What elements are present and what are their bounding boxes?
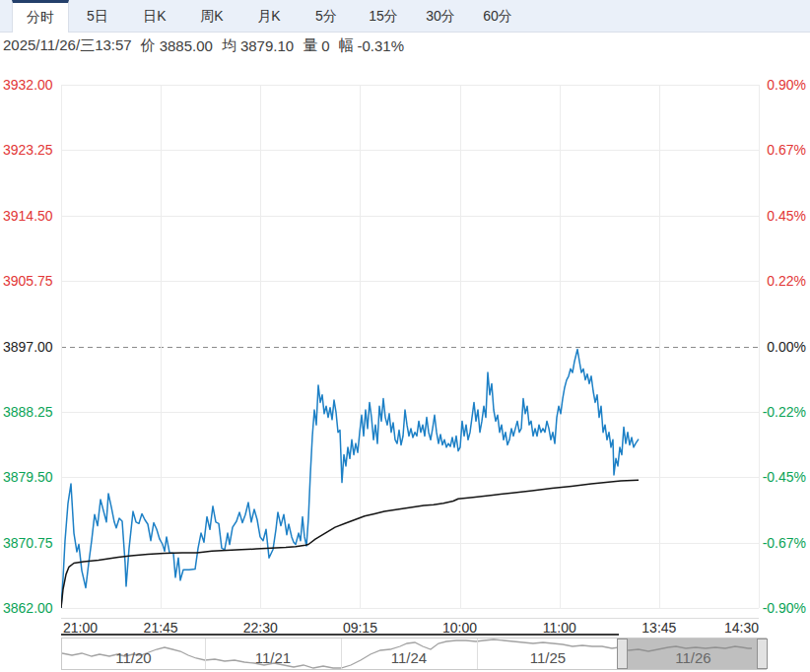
volume-label: 量 (303, 36, 317, 55)
v-gridline (759, 85, 760, 608)
y-axis-percent-label: 0.67% (767, 141, 806, 159)
period-tabbar: 分时5日日K周K月K5分15分30分60分 (0, 0, 810, 33)
y-axis-percent-label: 0.22% (767, 272, 806, 290)
tab-7[interactable]: 30分 (412, 0, 469, 32)
date-range-navigator[interactable]: 11/2011/2111/2411/2511/26 (61, 638, 767, 670)
x-axis-time-label: 13:45 (641, 620, 676, 636)
tab-8[interactable]: 60分 (469, 0, 526, 32)
tab-0-active[interactable]: 分时 (12, 0, 69, 33)
y-axis-price-label: 3905.75 (3, 272, 53, 290)
navigator-top-separator (61, 634, 619, 636)
y-axis-percent-label: 0.45% (767, 207, 806, 225)
tab-1[interactable]: 5日 (69, 0, 126, 32)
quote-infobar: 2025/11/26/三13:57 价 3885.00 均 3879.10 量 … (0, 33, 810, 59)
tab-3[interactable]: 周K (183, 0, 240, 32)
plot-bottom-border (61, 618, 759, 619)
avg-label: 均 (222, 36, 236, 55)
y-axis-price-label: 3862.00 (3, 599, 53, 617)
y-axis-price-label: 3897.00 (3, 338, 53, 356)
x-axis-time-label: 14:30 (724, 620, 759, 636)
navigator-left-handle[interactable] (617, 638, 628, 669)
y-axis-percent-label: 0.90% (767, 76, 806, 94)
tab-6[interactable]: 15分 (355, 0, 412, 32)
avg-value: 3879.10 (240, 37, 294, 54)
price-lines-canvas (61, 85, 759, 608)
y-axis-percent-label: 0.00% (767, 338, 806, 356)
navigator-selected-window[interactable] (617, 638, 768, 669)
navigator-day-separator (341, 638, 342, 669)
y-axis-percent-label: -0.45% (763, 468, 806, 486)
volume-value: 0 (321, 37, 329, 54)
price-value: 3885.00 (160, 37, 213, 54)
navigator-day-separator (477, 638, 478, 669)
y-axis-price-label: 3888.25 (3, 403, 53, 421)
change-value: -0.31% (357, 37, 404, 54)
y-axis-percent-label: -0.67% (763, 534, 806, 552)
y-axis-price-label: 3932.00 (3, 76, 53, 94)
navigator-right-handle[interactable] (757, 638, 768, 669)
intraday-chart[interactable]: 3932.000.90%3923.250.67%3914.500.45%3905… (0, 59, 810, 672)
tab-5[interactable]: 5分 (298, 0, 355, 32)
navigator-day-separator (205, 638, 206, 669)
price-label: 价 (141, 36, 156, 55)
change-label: 幅 (338, 36, 353, 55)
y-axis-price-label: 3914.50 (3, 207, 53, 225)
y-axis-percent-label: -0.22% (763, 403, 806, 421)
average-line (61, 480, 639, 608)
tab-4[interactable]: 月K (240, 0, 298, 32)
tab-2[interactable]: 日K (126, 0, 183, 32)
y-axis-price-label: 3923.25 (3, 141, 53, 159)
y-axis-price-label: 3879.50 (3, 468, 53, 486)
h-gridline (61, 608, 759, 609)
navigator-date-11-24[interactable]: 11/24 (391, 649, 427, 666)
navigator-date-11-21[interactable]: 11/21 (255, 649, 291, 666)
y-axis-price-label: 3870.75 (3, 534, 53, 552)
price-line (61, 350, 639, 609)
navigator-date-11-20[interactable]: 11/20 (115, 649, 151, 666)
navigator-date-11-25[interactable]: 11/25 (530, 649, 566, 666)
quote-datetime: 2025/11/26/三13:57 (3, 36, 132, 55)
y-axis-percent-label: -0.90% (763, 599, 806, 617)
